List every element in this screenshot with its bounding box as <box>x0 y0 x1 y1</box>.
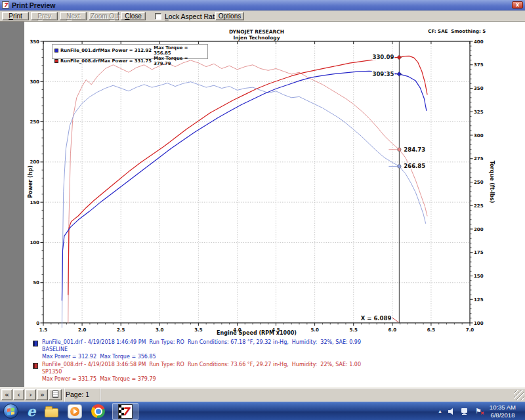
page-number-label: Page: 1 <box>66 390 89 398</box>
left-axis-title: Power (hp) <box>28 165 33 198</box>
smoothing-note: CF: SAE Smoothing: 5 <box>354 29 486 34</box>
next-button[interactable]: Next <box>60 12 87 20</box>
legend-file: RunFile_001.drf <box>60 48 100 53</box>
winpep-7-icon: 7 <box>118 404 133 419</box>
first-page-button[interactable]: « <box>1 389 12 400</box>
window-title: Print Preview <box>12 1 56 9</box>
zoom-out-button[interactable]: Zoom Out <box>89 12 119 20</box>
x-axis-title: Engine Speed (RPM x1000) <box>43 330 470 336</box>
system-tray: ▲ ⚑✕ 10:35 AM 6/8/2018 <box>438 404 525 419</box>
taskbar-ie-button[interactable]: e <box>27 403 35 420</box>
legend-swatch-red-icon <box>54 59 58 63</box>
title-bar: 7 Print Preview <box>0 0 525 10</box>
run1-info-line1: RunFile_001.drf - 4/19/2018 1:46:49 PM R… <box>42 339 361 345</box>
run2-info-line1: RunFile_008.drf - 4/19/2018 3:46:58 PM R… <box>42 362 361 368</box>
chart-legend: RunFile_001.drf Max Power = 312.92 Max T… <box>52 44 208 59</box>
run2-info-line2: SP1350 <box>42 369 62 375</box>
preview-background <box>0 22 24 387</box>
page-setup-button[interactable] <box>49 389 62 400</box>
taskbar-clock[interactable]: 10:35 AM 6/8/2018 <box>487 404 521 419</box>
network-icon[interactable] <box>461 408 470 415</box>
taskbar-chrome-button[interactable] <box>91 403 105 420</box>
divider <box>100 388 100 402</box>
close-icon: x <box>516 2 519 8</box>
volume-icon[interactable] <box>448 408 455 415</box>
run1-info-line3: Max Power = 312.92 Max Torque = 356.85 <box>42 354 156 360</box>
lock-aspect-ratio-checkbox[interactable] <box>155 13 161 20</box>
legend-max-torque: Max Torque = 379.79 <box>154 56 205 66</box>
first-page-icon: « <box>5 391 9 398</box>
print-button[interactable]: Print <box>2 12 29 20</box>
legend-row: RunFile_001.drf Max Power = 312.92 Max T… <box>54 45 205 56</box>
start-button[interactable] <box>3 404 18 419</box>
prev-page-icon: ‹ <box>17 391 20 398</box>
show-hidden-icons-button[interactable]: ▲ <box>438 409 442 413</box>
taskbar-media-player-button[interactable] <box>68 403 82 420</box>
toolbar: Print Prev Next Zoom Out Close Lock Aspe… <box>0 10 525 22</box>
legend-max-torque: Max Torque = 356.85 <box>154 45 205 56</box>
last-page-icon: » <box>40 391 44 398</box>
legend-max-power: Max Power = 331.75 <box>100 58 154 64</box>
prev-button[interactable]: Prev <box>31 12 58 20</box>
run1-info-line2: BASELINE <box>42 346 68 352</box>
close-preview-button[interactable]: Close <box>121 12 146 20</box>
legend-row: RunFile_008.drf Max Power = 331.75 Max T… <box>54 56 205 66</box>
options-button[interactable]: Options <box>215 12 244 20</box>
resize-grip[interactable] <box>514 390 524 400</box>
run1-swatch-icon <box>33 341 38 346</box>
windows-logo-icon <box>7 408 14 415</box>
taskbar-winpep-button-active[interactable]: 7 <box>112 403 138 420</box>
prev-page-button[interactable]: ‹ <box>13 389 24 400</box>
media-player-icon <box>68 404 82 419</box>
legend-max-power: Max Power = 312.92 <box>100 48 154 53</box>
legend-file: RunFile_008.drf <box>60 58 100 64</box>
page-navigation-bar: « ‹ › » Page: 1 <box>0 387 525 402</box>
windows-taskbar: e 7 ▲ ⚑✕ 10:35 AM 6/8/2018 <box>0 402 525 420</box>
next-page-button[interactable]: › <box>25 389 36 400</box>
page-icon <box>52 390 58 398</box>
divider <box>64 388 64 402</box>
clock-date: 6/8/2018 <box>490 411 516 419</box>
chrome-icon <box>91 404 105 418</box>
run2-info-line3: Max Power = 331.75 Max Torque = 379.79 <box>42 376 156 382</box>
legend-swatch-blue-icon <box>54 49 58 52</box>
folder-icon <box>45 408 58 417</box>
last-page-button[interactable]: » <box>37 389 48 400</box>
right-axis-title: Torque (ft-lbs) <box>489 161 495 203</box>
taskbar-explorer-button[interactable] <box>45 403 58 420</box>
close-button[interactable]: x <box>512 1 523 9</box>
action-center-flag-icon[interactable]: ⚑✕ <box>475 407 482 415</box>
clock-time: 10:35 AM <box>490 404 516 411</box>
run2-swatch-icon <box>33 363 38 369</box>
winpep-logo-icon: 7 <box>2 1 9 9</box>
next-page-icon: › <box>29 391 32 398</box>
chart-subtitle: Injen Technology <box>43 35 470 41</box>
lock-aspect-ratio-label: Lock Aspect Ratio <box>165 12 220 20</box>
internet-explorer-icon: e <box>27 403 35 419</box>
